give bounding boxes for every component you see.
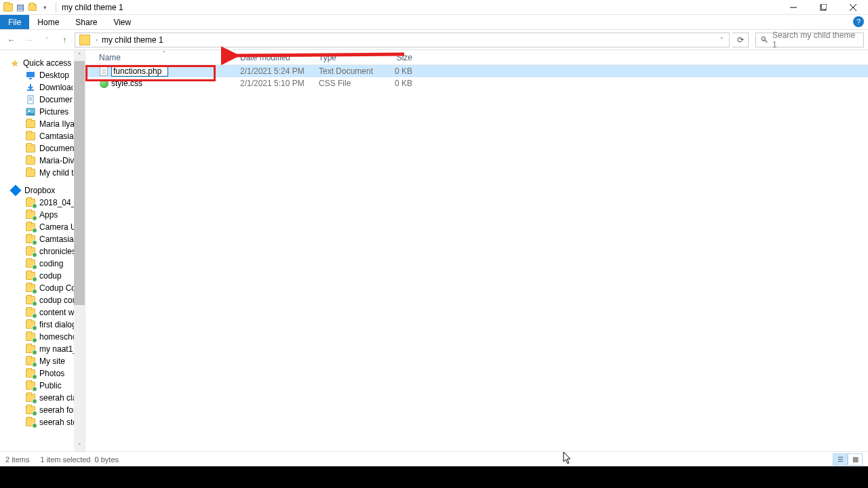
refresh-button[interactable]: ⟳ [732, 33, 749, 47]
column-date-modified[interactable]: Date modified [235, 53, 313, 62]
recent-dropdown-icon[interactable]: ˅ [39, 33, 54, 47]
status-selected-count: 1 item selected [40, 455, 90, 464]
address-dropdown-icon[interactable]: ˅ [715, 37, 728, 43]
folder-sync-icon [26, 235, 35, 244]
properties-icon[interactable]: ▤ [15, 2, 26, 13]
up-button[interactable]: ↑ [57, 33, 72, 47]
back-button[interactable]: ← [4, 33, 19, 47]
status-bar: 2 items 1 item selected 0 bytes ☰ ▦ [0, 451, 868, 466]
svg-rect-6 [29, 78, 32, 79]
folder-icon [26, 156, 35, 165]
folder-sync-icon [26, 393, 35, 403]
column-type[interactable]: Type [313, 53, 378, 62]
separator [56, 3, 56, 12]
svg-rect-7 [27, 89, 34, 91]
scrollbar-thumb[interactable] [74, 61, 85, 305]
sidebar-item-label: My site [39, 357, 65, 366]
file-list-area: ˄ Name Date modified Type Size 2/1/2021 … [85, 50, 868, 451]
folder-sync-icon [26, 344, 35, 354]
column-headers: ˄ Name Date modified Type Size [85, 50, 868, 65]
file-row[interactable]: 2/1/2021 5:24 PMText Document0 KB [85, 65, 868, 77]
downloads-icon [26, 83, 35, 92]
close-button[interactable] [838, 0, 868, 15]
search-placeholder: Search my child theme 1 [772, 30, 859, 49]
sidebar-item-label: Downloads [39, 83, 73, 92]
dropbox-icon [11, 186, 20, 195]
file-date: 2/1/2021 5:10 PM [235, 79, 313, 88]
folder-type-icon [3, 2, 14, 13]
file-date: 2/1/2021 5:24 PM [235, 66, 313, 76]
forward-button[interactable]: → [22, 33, 37, 47]
sidebar-item-label: codup [39, 271, 62, 281]
text-file-icon [99, 66, 108, 76]
pictures-icon [26, 107, 35, 117]
folder-icon [26, 144, 35, 153]
search-box[interactable]: 🔍︎ Search my child theme 1 [755, 33, 864, 47]
folder-sync-icon [26, 308, 35, 317]
address-bar[interactable]: › my child theme 1 ˅ [75, 33, 730, 47]
rename-input[interactable] [111, 66, 168, 77]
window-title: my child theme 1 [59, 3, 123, 12]
folder-icon [26, 168, 35, 178]
sidebar-item-label: Pictures [39, 107, 68, 117]
folder-sync-icon [26, 369, 35, 378]
new-folder-icon[interactable] [27, 2, 38, 13]
svg-rect-8 [28, 96, 33, 104]
folder-sync-icon [26, 247, 35, 256]
folder-sync-icon [26, 296, 35, 305]
sort-up-icon: ˄ [163, 50, 165, 56]
status-item-count: 2 items [5, 455, 29, 464]
chevron-right-icon[interactable]: › [93, 37, 100, 43]
folder-sync-icon [26, 357, 35, 366]
ribbon-tabs: File Home Share View ? [0, 15, 868, 30]
column-size[interactable]: Size [378, 53, 418, 62]
folder-sync-icon [26, 381, 35, 390]
view-large-icons-button[interactable]: ▦ [848, 453, 863, 466]
tab-file[interactable]: File [0, 15, 29, 29]
sidebar-item-label: Dropbox [24, 186, 55, 195]
tab-share[interactable]: Share [67, 15, 105, 29]
maximize-button[interactable] [808, 0, 838, 15]
file-type: CSS File [313, 79, 378, 88]
file-row[interactable]: style.css2/1/2021 5:10 PMCSS File0 KB [85, 77, 868, 89]
folder-icon [26, 131, 35, 141]
qat-dropdown-icon[interactable]: ▾ [39, 2, 50, 13]
scroll-up-button[interactable]: ˄ [74, 50, 85, 61]
address-bar-row: ← → ˅ ↑ › my child theme 1 ˅ ⟳ 🔍︎ Search… [0, 30, 868, 50]
breadcrumb[interactable]: my child theme 1 [100, 35, 165, 45]
sidebar-item-label: Maria Ilyas [39, 119, 79, 129]
file-name: style.css [111, 79, 142, 88]
sidebar-item-label: Camtasia [39, 235, 74, 244]
folder-sync-icon [26, 405, 35, 415]
file-size: 0 KB [378, 79, 418, 88]
documents-icon [26, 95, 35, 104]
folder-sync-icon [26, 320, 35, 329]
minimize-button[interactable] [778, 0, 808, 15]
folder-sync-icon [26, 259, 35, 268]
folder-sync-icon [26, 332, 35, 342]
svg-rect-5 [26, 72, 35, 77]
file-type: Text Document [313, 66, 378, 76]
view-details-button[interactable]: ☰ [833, 453, 848, 466]
file-size: 0 KB [378, 66, 418, 76]
sidebar-item-label: Documents [39, 95, 73, 104]
tab-home[interactable]: Home [29, 15, 67, 29]
sidebar-item-label: Desktop [39, 70, 69, 80]
tab-view[interactable]: View [105, 15, 139, 29]
folder-sync-icon [26, 222, 35, 232]
help-icon[interactable]: ? [853, 16, 864, 27]
sidebar-item-label: Public [39, 381, 62, 390]
scroll-down-button[interactable]: ˅ [74, 441, 85, 451]
titlebar: ▤ ▾ my child theme 1 [0, 0, 868, 15]
address-folder-icon [79, 35, 90, 45]
folder-icon [26, 119, 35, 129]
column-name[interactable]: ˄ Name [94, 53, 235, 62]
css-file-icon [99, 79, 108, 88]
status-bytes: 0 bytes [95, 455, 119, 464]
folder-sync-icon [26, 271, 35, 281]
sidebar-item-label: coding [39, 259, 63, 268]
folder-sync-icon [26, 418, 35, 427]
sidebar-item-label: Photos [39, 369, 64, 378]
folder-sync-icon [26, 210, 35, 220]
folder-sync-icon [26, 283, 35, 293]
